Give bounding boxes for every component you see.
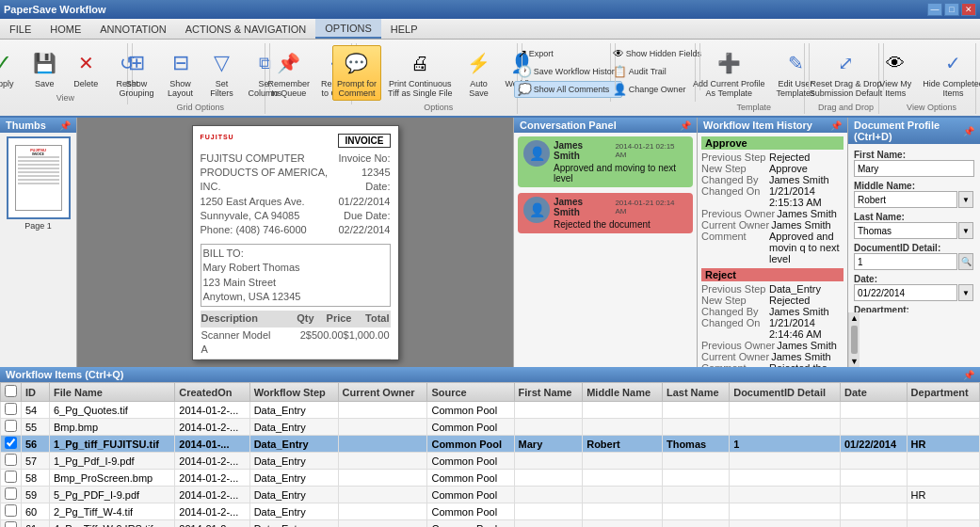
print-continuous-button[interactable]: 🖨 Print ContinuousTiff as Single File	[383, 45, 458, 101]
doc-header: FUJITSU INVOICE	[201, 134, 391, 148]
col-checkbox[interactable]	[1, 383, 22, 402]
row-checkbox-cell[interactable]	[1, 470, 22, 487]
col-created[interactable]: CreatedOn	[175, 383, 249, 402]
scroll-thumb[interactable]	[851, 326, 858, 354]
delete-button[interactable]: ✕ Delete	[66, 45, 105, 91]
profile-date-field: ▼	[854, 284, 974, 301]
view-my-items-button[interactable]: 👁 View MyItems	[875, 45, 916, 101]
row-checkbox-cell[interactable]	[1, 436, 22, 453]
table-row[interactable]: 58 Bmp_ProScreen.bmp 2014-01-2-... Data_…	[1, 470, 980, 487]
show-grouping-button[interactable]: ⊞ ShowGrouping	[114, 45, 158, 101]
hide-completed-button[interactable]: ✓ Hide CompletedItems	[918, 45, 980, 101]
thumbs-pin[interactable]: 📌	[59, 120, 71, 131]
row-checkbox-cell[interactable]	[1, 487, 22, 503]
table-row[interactable]: 55 Bmp.bmp 2014-01-2-... Data_Entry Comm…	[1, 419, 980, 436]
col-source[interactable]: Source	[427, 383, 514, 402]
save-history-button[interactable]: 🕐 Save Workflow History	[514, 63, 622, 80]
menu-help[interactable]: HELP	[381, 19, 427, 39]
col-id[interactable]: ID	[22, 383, 50, 402]
lastname-dropdown-btn[interactable]: ▼	[958, 222, 973, 239]
col-step[interactable]: Workflow Step	[249, 383, 338, 402]
profile-lastname-input[interactable]	[854, 222, 957, 239]
row-checkbox[interactable]	[5, 437, 17, 449]
minimize-button[interactable]: —	[927, 3, 942, 16]
date-dropdown-btn[interactable]: ▼	[958, 284, 973, 301]
close-button[interactable]: ✕	[961, 3, 976, 16]
row-checkbox[interactable]	[5, 504, 17, 517]
profile-middlename-field: ▼	[854, 191, 974, 208]
row-lname	[662, 470, 729, 487]
history-pin[interactable]: 📌	[830, 120, 842, 131]
row-checkbox[interactable]	[5, 420, 17, 432]
thumb-line-4	[18, 168, 59, 169]
table-row[interactable]: 60 2_Pg_Tiff_W-4.tif 2014-01-2-... Data_…	[1, 503, 980, 520]
maximize-button[interactable]: □	[944, 3, 959, 16]
remember-button[interactable]: 📌 Rememberto Queue	[263, 45, 314, 101]
export-button[interactable]: ↗ Export	[514, 45, 622, 62]
set-filters-button[interactable]: ▽ SetFilters	[202, 45, 242, 101]
save-button[interactable]: 💾 Save	[24, 45, 64, 91]
profile-date-input[interactable]	[854, 284, 957, 301]
row-source: Common Pool	[427, 503, 514, 520]
row-checkbox[interactable]	[5, 487, 17, 500]
scroll-up-btn[interactable]: ▲	[849, 312, 860, 324]
profile-scrollbar[interactable]: ▲ ▼	[848, 312, 860, 367]
col-lname[interactable]: Last Name	[662, 383, 729, 402]
row-mname: Robert	[583, 436, 663, 453]
profile-docid-input[interactable]	[854, 253, 957, 270]
col-filename[interactable]: File Name	[50, 383, 175, 402]
add-profile-button[interactable]: ➕ Add Current ProfileAs Template	[688, 45, 770, 101]
workflow-pin[interactable]: 📌	[963, 370, 974, 380]
row-checkbox[interactable]	[5, 471, 17, 483]
row-checkbox-cell[interactable]	[1, 402, 22, 419]
table-row[interactable]: 54 6_Pg_Quotes.tif 2014-01-2-... Data_En…	[1, 402, 980, 419]
table-row[interactable]: 59 5_Pg_PDF_I-9.pdf 2014-01-2-... Data_E…	[1, 487, 980, 503]
row-mname	[583, 402, 663, 419]
msg-content-1: James Smith 2014-01-21 02:15 AM Approved…	[554, 140, 687, 184]
row-checkbox[interactable]	[5, 521, 17, 527]
col-fname[interactable]: First Name	[514, 383, 583, 402]
auto-save-button[interactable]: ⚡ AutoSave	[459, 45, 499, 101]
table-row[interactable]: 56 1_Pg_tiff_FUJITSU.tif 2014-01-... Dat…	[1, 436, 980, 453]
menu-file[interactable]: FILE	[0, 19, 40, 39]
col-docid[interactable]: DocumentID Detail	[730, 383, 841, 402]
col-dept[interactable]: Department	[907, 383, 979, 402]
menu-home[interactable]: HOME	[40, 19, 90, 39]
col-mname[interactable]: Middle Name	[583, 383, 663, 402]
history-r-changed-on-label: Changed On	[701, 317, 767, 340]
menu-actions[interactable]: ACTIONS & NAVIGATION	[176, 19, 316, 39]
msg-header-2: James Smith 2014-01-21 02:14 AM	[554, 197, 687, 217]
select-all-checkbox[interactable]	[5, 385, 17, 397]
row-checkbox-cell[interactable]	[1, 453, 22, 470]
profile-pin[interactable]: 📌	[963, 126, 974, 136]
title-bar-controls[interactable]: — □ ✕	[927, 3, 976, 16]
scroll-down-btn[interactable]: ▼	[849, 356, 860, 367]
thumb-line-6	[18, 175, 59, 177]
apply-button[interactable]: ✓ Apply	[0, 45, 23, 91]
thumb-page1[interactable]: FUJITSU INVOICE	[7, 136, 71, 219]
menu-annotation[interactable]: ANNOTATION	[90, 19, 175, 39]
col-owner[interactable]: Current Owner	[338, 383, 427, 402]
menu-options[interactable]: OPTIONS	[315, 19, 381, 39]
row-checkbox[interactable]	[5, 403, 17, 415]
conv-pin[interactable]: 📌	[680, 120, 691, 131]
docid-search-btn[interactable]: 🔍	[958, 253, 973, 270]
row-checkbox-cell[interactable]	[1, 419, 22, 436]
show-comments-button[interactable]: 💭 Show All Comments	[514, 81, 622, 98]
show-layout-button[interactable]: ⊟ ShowLayout	[161, 45, 201, 101]
table-row[interactable]: 57 1_Pg_Pdf_I-9.pdf 2014-01-2-... Data_E…	[1, 453, 980, 470]
profile-middlename-input[interactable]	[854, 191, 957, 208]
row-checkbox-cell[interactable]	[1, 503, 22, 520]
row-checkbox[interactable]	[5, 454, 17, 466]
prompt-comment-button[interactable]: 💬 Prompt forComment	[332, 45, 381, 101]
table-container[interactable]: ID File Name CreatedOn Workflow Step Cur…	[0, 382, 980, 527]
row-dept	[907, 402, 979, 419]
row-checkbox-cell[interactable]	[1, 520, 22, 528]
row-date	[840, 487, 907, 503]
profile-firstname-input[interactable]	[854, 160, 974, 177]
col-date[interactable]: Date	[840, 383, 907, 402]
thumbs-header: Thumbs 📌	[0, 118, 76, 133]
table-row[interactable]: 61 4_Pg_Tiff_W-9 IRS.tif 2014-01-2-... D…	[1, 520, 980, 528]
remember-label: Rememberto Queue	[267, 79, 310, 98]
middlename-dropdown-btn[interactable]: ▼	[958, 191, 973, 208]
